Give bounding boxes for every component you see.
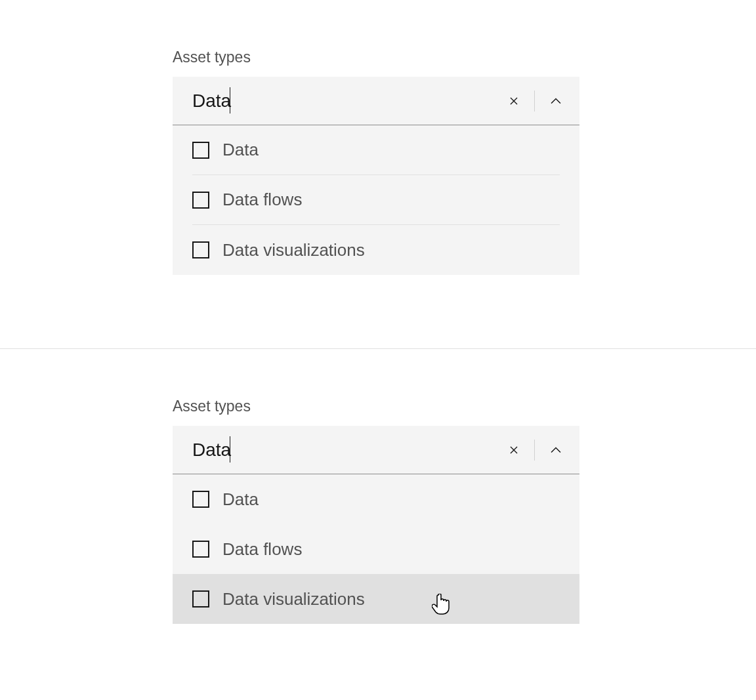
chevron-up-icon[interactable] (548, 442, 564, 458)
option-row[interactable]: Data flows (192, 175, 560, 225)
multiselect-control: Data Data flows Data visualizations (173, 426, 579, 624)
text-cursor (230, 87, 230, 113)
chevron-up-icon[interactable] (548, 93, 564, 109)
icon-divider (534, 91, 535, 112)
multiselect-example-2: Asset types Data (0, 349, 756, 624)
multiselect-input-row (173, 426, 579, 474)
checkbox-icon[interactable] (192, 192, 209, 209)
option-row[interactable]: Data (192, 125, 560, 175)
icon-divider (534, 440, 535, 461)
filter-input[interactable] (192, 91, 507, 112)
option-row[interactable]: Data (192, 474, 560, 524)
input-wrapper (192, 77, 507, 125)
input-actions (507, 440, 564, 461)
option-label: Data visualizations (222, 589, 365, 609)
option-row-hovered[interactable]: Data visualizations (173, 574, 579, 624)
option-label: Data flows (222, 190, 302, 210)
checkbox-icon[interactable] (192, 142, 209, 159)
options-list: Data Data flows Data visualizations (173, 125, 579, 275)
checkbox-icon[interactable] (192, 491, 209, 508)
checkbox-icon[interactable] (192, 241, 209, 258)
option-label: Data flows (222, 539, 302, 560)
field-label: Asset types (173, 49, 756, 66)
option-row[interactable]: Data visualizations (192, 225, 560, 275)
options-list: Data Data flows Data visualizations (173, 474, 579, 624)
input-actions (507, 91, 564, 112)
multiselect-input-row (173, 77, 579, 125)
checkbox-icon[interactable] (192, 590, 209, 607)
option-label: Data (222, 140, 259, 160)
text-cursor (230, 436, 230, 463)
option-label: Data (222, 489, 259, 510)
option-row[interactable]: Data flows (192, 524, 560, 574)
clear-icon[interactable] (507, 94, 521, 108)
input-wrapper (192, 426, 507, 474)
option-label: Data visualizations (222, 240, 365, 260)
multiselect-control: Data Data flows Data visualizations (173, 77, 579, 275)
filter-input[interactable] (192, 440, 507, 461)
pointer-cursor-icon (432, 594, 450, 617)
checkbox-icon[interactable] (192, 541, 209, 558)
field-label: Asset types (173, 398, 756, 415)
multiselect-example-1: Asset types Data (0, 0, 756, 275)
clear-icon[interactable] (507, 443, 521, 457)
